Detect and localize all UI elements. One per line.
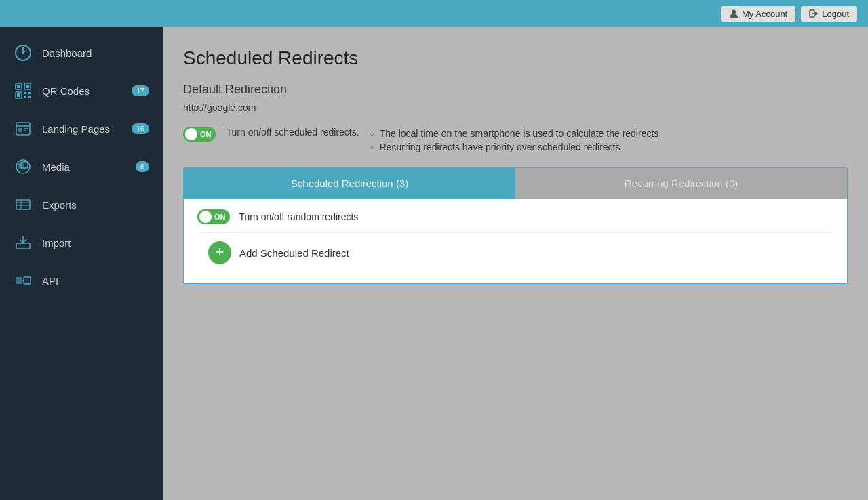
page-title: Scheduled Redirects: [183, 47, 848, 69]
random-toggle-knob: [199, 211, 212, 223]
random-toggle-switch[interactable]: ON: [197, 209, 230, 224]
svg-rect-16: [18, 128, 22, 132]
toggle-on-label: ON: [200, 130, 212, 138]
logout-icon: [809, 9, 818, 18]
toggle-knob: [185, 128, 197, 140]
svg-rect-9: [17, 93, 20, 97]
top-bar-actions: My Account Logout: [721, 6, 857, 22]
tabs-row: Scheduled Redirection (3) Recurring Redi…: [184, 168, 847, 199]
sidebar-item-dashboard[interactable]: Dashboard: [0, 34, 163, 72]
content-area: Scheduled Redirects Default Redirection …: [163, 27, 868, 500]
svg-rect-29: [24, 277, 31, 284]
section-title: Default Redirection: [183, 83, 848, 97]
svg-rect-11: [28, 92, 31, 94]
info-item-1: The local time on the smartphone is used…: [370, 127, 659, 140]
qr-codes-badge: 17: [132, 85, 149, 96]
exports-label: Exports: [42, 199, 77, 211]
main-toggle-text: Turn on/off scheduled redirects.: [226, 127, 359, 138]
random-toggle-text: Turn on/off random redirects: [239, 211, 359, 222]
landing-pages-icon: [14, 119, 33, 138]
tab-scheduled-redirection[interactable]: Scheduled Redirection (3): [184, 168, 515, 199]
sidebar-item-api[interactable]: API: [0, 262, 163, 299]
svg-rect-10: [24, 92, 26, 94]
random-toggle-on-label: ON: [214, 213, 226, 221]
my-account-button[interactable]: My Account: [721, 6, 795, 22]
api-label: API: [42, 275, 58, 287]
add-redirect-icon-circle: +: [208, 241, 231, 264]
sidebar-item-exports[interactable]: Exports: [0, 186, 163, 224]
import-icon: [14, 233, 33, 252]
panel-body: ON Turn on/off random redirects + Add Sc…: [184, 199, 847, 283]
default-url: http://google.com: [183, 102, 848, 113]
svg-rect-5: [17, 85, 20, 88]
my-account-label: My Account: [742, 9, 787, 19]
media-icon: [14, 157, 33, 176]
landing-pages-badge: 16: [132, 123, 149, 134]
svg-rect-13: [28, 96, 31, 98]
dashboard-label: Dashboard: [42, 47, 92, 59]
landing-pages-label: Landing Pages: [42, 123, 110, 135]
add-redirect-text: Add Scheduled Redirect: [239, 247, 349, 259]
qr-codes-label: QR Codes: [42, 85, 90, 97]
sidebar-item-qr-codes[interactable]: QR Codes 17: [0, 72, 163, 110]
media-label: Media: [42, 161, 70, 173]
logout-button[interactable]: Logout: [801, 6, 857, 22]
sidebar: Dashboard QR Codes 17: [0, 27, 163, 500]
svg-rect-12: [24, 96, 26, 98]
info-item-2: Recurring redirects have priority over s…: [370, 140, 659, 154]
info-list: The local time on the smartphone is used…: [370, 127, 659, 154]
svg-rect-7: [26, 85, 29, 88]
user-icon: [729, 9, 738, 18]
svg-rect-28: [16, 277, 22, 284]
import-label: Import: [42, 237, 71, 249]
svg-point-0: [732, 10, 736, 14]
qr-codes-icon: [14, 81, 33, 100]
add-redirect-row[interactable]: + Add Scheduled Redirect: [197, 232, 833, 272]
main-toggle-switch[interactable]: ON: [183, 127, 216, 142]
sidebar-item-media[interactable]: Media 6: [0, 148, 163, 186]
sidebar-item-import[interactable]: Import: [0, 224, 163, 262]
main-toggle-row: ON Turn on/off scheduled redirects. The …: [183, 127, 848, 154]
svg-rect-22: [16, 200, 30, 209]
dashboard-icon: [14, 43, 33, 62]
api-icon: [14, 271, 33, 290]
tab-recurring-redirection[interactable]: Recurring Redirection (0): [515, 168, 847, 199]
redirects-panel: Scheduled Redirection (3) Recurring Redi…: [183, 167, 848, 284]
tab-recurring-label: Recurring Redirection (0): [625, 178, 738, 189]
svg-point-3: [22, 51, 24, 54]
random-toggle-row: ON Turn on/off random redirects: [197, 209, 833, 224]
tab-scheduled-label: Scheduled Redirection (3): [291, 178, 408, 189]
main-layout: Dashboard QR Codes 17: [0, 27, 868, 500]
plus-icon: +: [216, 245, 224, 259]
sidebar-item-landing-pages[interactable]: Landing Pages 16: [0, 110, 163, 148]
logout-label: Logout: [822, 9, 849, 19]
exports-icon: [14, 195, 33, 214]
media-badge: 6: [136, 161, 149, 172]
top-bar: My Account Logout: [0, 0, 868, 27]
